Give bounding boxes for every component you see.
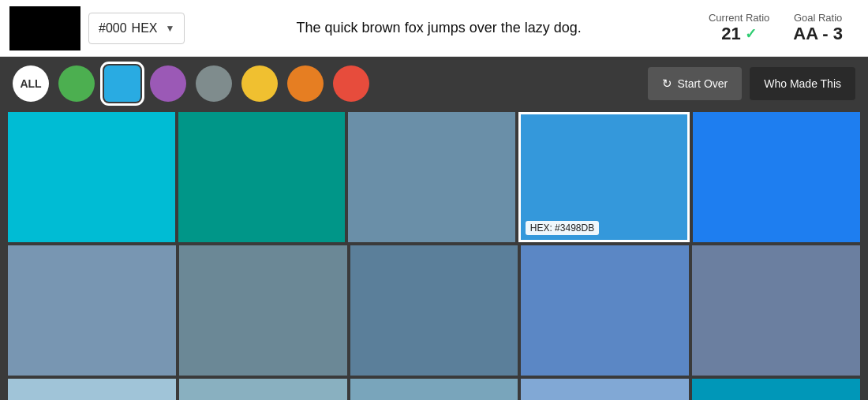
current-ratio-block: Current Ratio 21 ✓	[709, 12, 769, 44]
filter-gray[interactable]	[196, 65, 232, 102]
goal-ratio-label: Goal Ratio	[794, 12, 842, 24]
color-cell[interactable]	[8, 379, 176, 400]
color-cell[interactable]	[350, 379, 518, 400]
filter-bar-right: ↻ Start Over Who Made This	[648, 67, 855, 100]
refresh-icon: ↻	[662, 77, 672, 91]
grid-row-1: HEX: #3498DB	[6, 110, 862, 244]
check-icon: ✓	[745, 25, 757, 43]
filter-purple[interactable]	[150, 65, 186, 102]
preview-text: The quick brown fox jumps over the lazy …	[193, 20, 685, 36]
color-grid: HEX: #3498DB	[0, 110, 868, 400]
top-bar: #000 HEX ▼ The quick brown fox jumps ove…	[0, 0, 868, 57]
hex-label: HEX: #3498DB	[526, 221, 599, 235]
color-cell[interactable]	[8, 112, 175, 242]
color-cell[interactable]	[178, 112, 346, 242]
hex-value: #000	[99, 21, 127, 36]
color-cell[interactable]	[692, 379, 860, 400]
filter-bar: ALL ↻ Start Over Who Made This	[0, 57, 868, 110]
color-cell[interactable]	[521, 379, 689, 400]
filter-green[interactable]	[58, 65, 95, 102]
goal-ratio-block: Goal Ratio AA - 3	[793, 12, 843, 44]
grid-row-2	[6, 244, 862, 377]
filter-blue[interactable]	[104, 65, 140, 102]
hex-format: HEX	[132, 21, 158, 36]
color-cell[interactable]	[179, 379, 347, 400]
current-ratio-label: Current Ratio	[709, 12, 769, 24]
logo	[9, 6, 80, 50]
color-cell-selected[interactable]: HEX: #3498DB	[518, 112, 690, 242]
color-cell[interactable]	[348, 112, 515, 242]
start-over-button[interactable]: ↻ Start Over	[648, 67, 742, 100]
goal-ratio-value: AA - 3	[793, 24, 843, 44]
grid-row-3	[6, 377, 862, 400]
color-cell[interactable]	[521, 245, 689, 376]
filter-red[interactable]	[333, 65, 369, 102]
color-cell[interactable]	[350, 245, 518, 376]
who-made-button[interactable]: Who Made This	[750, 67, 855, 100]
ratio-section: Current Ratio 21 ✓ Goal Ratio AA - 3	[693, 12, 859, 44]
hex-display[interactable]: #000 HEX ▼	[88, 13, 185, 44]
filter-orange[interactable]	[287, 65, 324, 102]
filter-yellow[interactable]	[241, 65, 278, 102]
chevron-down-icon[interactable]: ▼	[166, 23, 175, 34]
current-ratio-value: 21 ✓	[721, 24, 756, 44]
color-cell[interactable]	[692, 245, 860, 376]
color-cell[interactable]	[179, 245, 347, 376]
filter-all-button[interactable]: ALL	[13, 65, 49, 102]
color-cell[interactable]	[8, 245, 176, 376]
color-cell[interactable]	[693, 112, 860, 242]
